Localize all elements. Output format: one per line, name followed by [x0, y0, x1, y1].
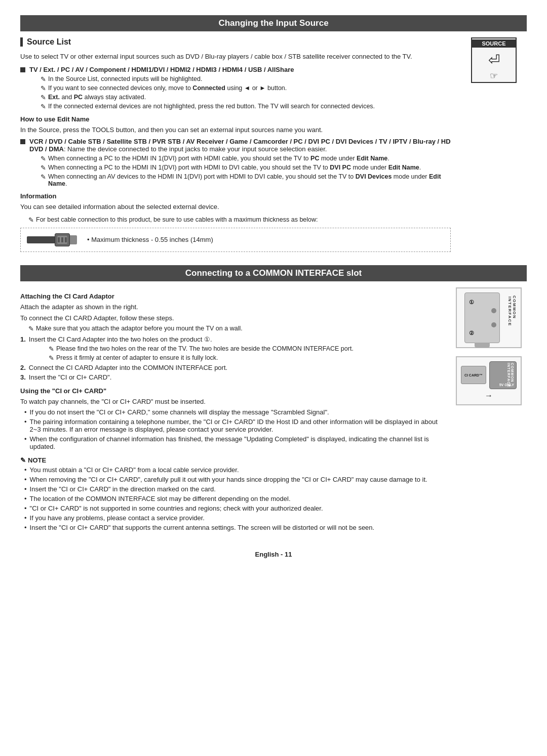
step-3-num: 3.: [20, 373, 26, 381]
edit-note-1: When connecting a PC to the HDMI IN 1(DV…: [41, 155, 451, 162]
edit-name-title: How to use Edit Name: [20, 115, 451, 123]
note-line-2: If you want to see connected devices onl…: [41, 85, 451, 92]
cable-note-icon: [28, 216, 34, 224]
attaching-title: Attaching the CI Card Adaptor: [20, 292, 446, 300]
source-finger-icon: ☞: [490, 70, 498, 81]
using-title: Using the "CI or CI+ CARD": [20, 387, 446, 395]
note-bullet-6: If you have any problems, please contact…: [24, 514, 446, 522]
note-section-title: ✎ NOTE: [20, 456, 446, 464]
source-list-title: Source List: [20, 37, 451, 47]
step-1: 1. Insert the CI Card Adapter into the t…: [20, 335, 446, 343]
bullet-square-vcr: [20, 139, 25, 144]
source-arrow-icon: ⏎: [488, 52, 500, 68]
note-icon-4: [41, 103, 46, 110]
step-1-note-1: Please find the two holes on the rear of…: [49, 345, 446, 353]
edit-note-3: When connecting an AV devices to the HDM…: [41, 173, 451, 187]
step-3: 3. Insert the "CI or CI+ CARD".: [20, 373, 446, 381]
page-footer: English - 11: [20, 551, 527, 558]
note-line-1: In the Source List, connected inputs wil…: [41, 75, 451, 83]
note-icon-1: [41, 75, 46, 83]
step-1-note-icon-1: [49, 345, 54, 353]
cable-max-text: • Maximum thickness - 0.55 inches (14mm): [87, 236, 213, 243]
ci-card-label: CI CARD™: [464, 373, 483, 377]
note-line-4: If the connected external devices are no…: [41, 103, 451, 110]
section2: Connecting to a COMMON INTERFACE slot At…: [20, 265, 527, 536]
note-icon-2: [41, 85, 46, 92]
source-label: SOURCE: [472, 39, 516, 48]
note-bullet-7: Insert the "CI or CI+ CARD" that support…: [24, 524, 446, 531]
attaching-note-icon: [28, 325, 34, 332]
attaching-intro1: Attach the adapter as shown in the right…: [20, 302, 446, 312]
edit-note-icon-1: [41, 155, 46, 162]
note-bullet-3: Insert the "CI or CI+ CARD" in the direc…: [24, 485, 446, 493]
cable-thickness-box: • Maximum thickness - 0.55 inches (14mm): [20, 228, 451, 252]
step-1-note-2: Press it firmly at center of adapter to …: [49, 354, 446, 362]
information-text: You can see detailed information about t…: [20, 202, 451, 212]
cable-note: For best cable connection to this produc…: [28, 216, 451, 224]
source-list-intro: Use to select TV or other external input…: [20, 52, 451, 62]
section1: Changing the Input Source Source List Us…: [20, 15, 527, 256]
note-bullet-4: The location of the COMMON INTERFACE slo…: [24, 495, 446, 502]
step-2-text: Connect the CI CARD Adapter into the COM…: [29, 364, 227, 371]
using-intro: To watch pay channels, the "CI or CI+ CA…: [20, 397, 446, 407]
edit-name-intro: In the Source, press the TOOLS button, a…: [20, 125, 451, 135]
section1-header: Changing the Input Source: [20, 15, 527, 31]
using-bullet-2: The pairing information containing a tel…: [24, 418, 446, 433]
using-bullet-1: If you do not insert the "CI or CI+ CARD…: [24, 408, 446, 416]
note-line-3: Ext. and PC always stay activated.: [41, 94, 451, 101]
interface-vert-label: INTERFACE: [507, 297, 512, 326]
cable-diagram: [27, 233, 77, 246]
attaching-note: Make sure that you attach the adaptor be…: [28, 325, 446, 332]
using-bullet-3: When the configuration of channel inform…: [24, 435, 446, 450]
note-bullet-5: "CI or CI+ CARD" is not supported in som…: [24, 505, 446, 512]
edit-note-icon-2: [41, 164, 46, 172]
step-2: 2. Connect the CI CARD Adapter into the …: [20, 364, 446, 371]
note-icon-3: [41, 94, 46, 101]
step-2-num: 2.: [20, 364, 26, 371]
5v-only-label: 5V ONLY: [499, 383, 514, 387]
insertion-arrow-icon: →: [461, 391, 517, 400]
sources-list-bold: TV / Ext. / PC / AV / Component / HDMI1/…: [29, 66, 294, 73]
step-1-num: 1.: [20, 335, 26, 343]
information-title: Information: [20, 192, 451, 200]
common-interface-vert-label: COMMON: [512, 296, 517, 326]
step-3-text: Insert the "CI or CI+ CARD".: [29, 373, 111, 381]
note-pencil-icon: ✎: [20, 456, 26, 464]
bullet-square-icon: [20, 67, 25, 72]
step-1-text: Insert the CI Card Adapter into the two …: [29, 335, 212, 343]
attaching-intro2: To connect the CI CARD Adapter, follow t…: [20, 313, 446, 323]
edit-note-icon-3: [41, 173, 46, 181]
note-bullet-2: When removing the "CI or CI+ CARD", care…: [24, 476, 446, 483]
vcr-line: VCR / DVD / Cable STB / Satellite STB / …: [29, 138, 451, 153]
section2-header: Connecting to a COMMON INTERFACE slot: [20, 265, 527, 281]
step-1-note-icon-2: [49, 354, 54, 362]
edit-note-2: When connecting a PC to the HDMI IN 1(DV…: [41, 164, 451, 172]
ci-card-diagram: CI CARD™ COMMON INTERFACE 5V ONLY →: [456, 356, 522, 405]
source-button-diagram: SOURCE ⏎ ☞: [471, 37, 517, 83]
note-bullet-1: You must obtain a "CI or CI+ CARD" from …: [24, 466, 446, 474]
ci-adapter-diagram: ① ② COMMON INTERFACE: [456, 287, 522, 348]
